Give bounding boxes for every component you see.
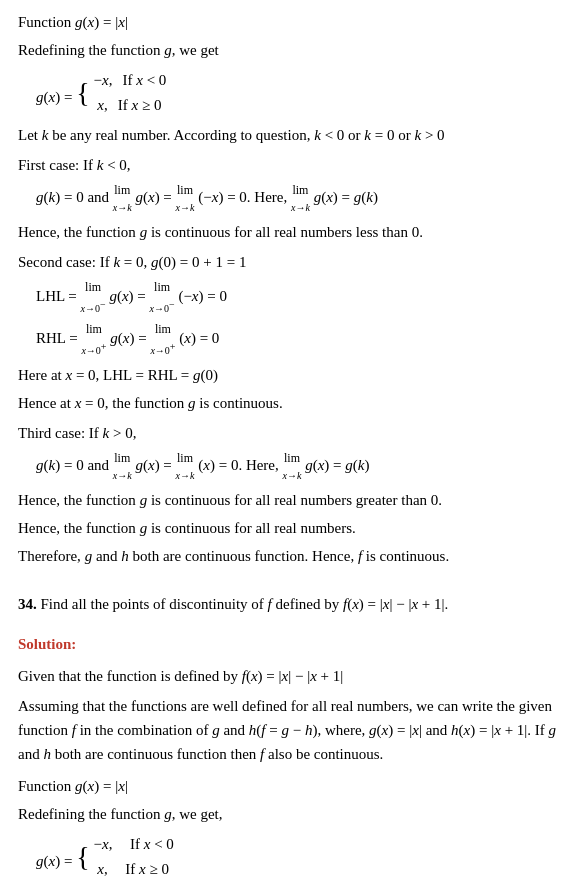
assuming-text: Assuming that the functions are well def… — [18, 694, 566, 766]
function-gx-label: Function g(x) = |x| — [18, 774, 566, 798]
here-at-x0: Here at x = 0, LHL = RHL = g(0) — [18, 363, 566, 387]
therefore-g-h: Therefore, g and h both are continuous f… — [18, 544, 566, 568]
hence-all-real: Hence, the function g is continuous for … — [18, 516, 566, 540]
second-case-label: Second case: If k = 0, g(0) = 0 + 1 = 1 — [18, 250, 566, 274]
problem-34: 34. Find all the points of discontinuity… — [18, 592, 566, 616]
redefining-text: Redefining the function g, we get — [18, 38, 566, 62]
hence-greater-than: Hence, the function g is continuous for … — [18, 488, 566, 512]
third-case-eq: g(k) = 0 and lim x→k g(x) = lim x→k (x) … — [36, 449, 566, 484]
hence-at-x0: Hence at x = 0, the function g is contin… — [18, 391, 566, 415]
page-content: Function g(x) = |x| Redefining the funct… — [18, 10, 566, 878]
piecewise-def-1: g(x) = { −x,If x < 0 x,If x ≥ 0 — [36, 68, 566, 117]
redefining-g-2: Redefining the function g, we get, — [18, 802, 566, 826]
given-function: Given that the function is defined by f(… — [18, 664, 566, 688]
solution-section: Solution: Given that the function is def… — [18, 632, 566, 878]
first-case-eq: g(k) = 0 and lim x→k g(x) = lim x→k (−x)… — [36, 181, 566, 216]
rhl-line: RHL = lim x→0+ g(x) = lim x→0+ (x) = 0 — [36, 320, 566, 360]
solution-label: Solution: — [18, 632, 566, 656]
function-title-line: Function g(x) = |x| — [18, 10, 566, 34]
lhl-line: LHL = lim x→0− g(x) = lim x→0− (−x) = 0 — [36, 278, 566, 318]
k-real-number-text: Let k be any real number. According to q… — [18, 123, 566, 147]
hence-less-than: Hence, the function g is continuous for … — [18, 220, 566, 244]
third-case-label: Third case: If k > 0, — [18, 421, 566, 445]
first-case-label: First case: If k < 0, — [18, 153, 566, 177]
piecewise-def-2: g(x) = { −x, If x < 0 x, If x ≥ 0 — [36, 832, 566, 878]
